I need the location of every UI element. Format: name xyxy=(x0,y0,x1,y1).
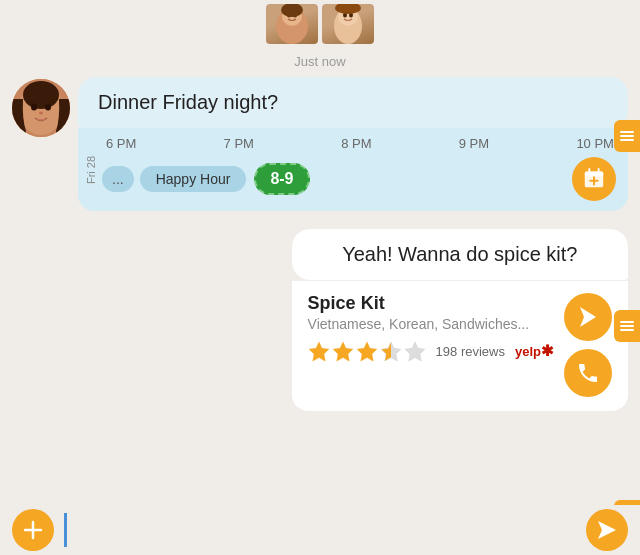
sender-avatar xyxy=(12,79,70,137)
star-2 xyxy=(332,340,354,362)
messages-container: Dinner Friday night? Fri 28 6 PM 7 PM 8 … xyxy=(0,77,640,411)
dinner-text: Dinner Friday night? xyxy=(98,91,278,113)
svg-point-15 xyxy=(39,112,43,115)
slot-dots[interactable]: ... xyxy=(102,166,134,192)
time-6pm: 6 PM xyxy=(106,136,136,151)
right-menu-tab-1[interactable] xyxy=(614,120,640,152)
top-avatars xyxy=(266,0,374,44)
spice-kit-card: Spice Kit Vietnamese, Korean, Sandwiches… xyxy=(292,280,628,411)
svg-marker-22 xyxy=(309,342,329,361)
card-row: Spice Kit Vietnamese, Korean, Sandwiches… xyxy=(308,293,612,397)
message-input[interactable] xyxy=(64,513,576,547)
svg-rect-33 xyxy=(620,329,634,331)
call-button[interactable] xyxy=(564,349,612,397)
card-rating: 198 reviews yelp✱ xyxy=(308,340,554,362)
schedule-bar: Fri 28 6 PM 7 PM 8 PM 9 PM 10 PM ... Hap… xyxy=(78,128,628,211)
slot-dots-label: ... xyxy=(112,171,124,187)
add-time-button[interactable] xyxy=(572,157,616,201)
time-7pm: 7 PM xyxy=(224,136,254,151)
time-8pm: 8 PM xyxy=(341,136,371,151)
star-1 xyxy=(308,340,330,362)
slot-8-9[interactable]: 8-9 xyxy=(254,163,309,195)
bottom-bar xyxy=(0,505,640,555)
avatar-2 xyxy=(322,4,374,44)
svg-marker-25 xyxy=(381,342,401,361)
svg-rect-31 xyxy=(620,321,634,323)
svg-marker-24 xyxy=(357,342,377,361)
svg-point-13 xyxy=(31,104,37,111)
svg-rect-17 xyxy=(585,172,603,177)
timestamp: Just now xyxy=(0,50,640,77)
directions-button[interactable] xyxy=(564,293,612,341)
message-row-1: Dinner Friday night? Fri 28 6 PM 7 PM 8 … xyxy=(12,77,628,211)
star-5 xyxy=(404,340,426,362)
slot-8-9-label: 8-9 xyxy=(270,170,293,187)
svg-marker-26 xyxy=(405,342,425,361)
spice-kit-text: Yeah! Wanna do spice kit? xyxy=(342,243,577,265)
svg-point-14 xyxy=(45,104,51,111)
slot-happy-hour[interactable]: Happy Hour xyxy=(140,166,247,192)
svg-rect-32 xyxy=(620,325,634,327)
time-10pm: 10 PM xyxy=(576,136,614,151)
svg-marker-23 xyxy=(333,342,353,361)
compose-add-button[interactable] xyxy=(12,509,54,551)
yelp-logo: yelp✱ xyxy=(515,342,554,360)
time-labels: 6 PM 7 PM 8 PM 9 PM 10 PM xyxy=(90,136,616,151)
card-title: Spice Kit xyxy=(308,293,554,314)
svg-point-12 xyxy=(23,81,59,109)
schedule-slots: ... Happy Hour 8-9 xyxy=(90,157,616,201)
timestamp-text: Just now xyxy=(294,54,345,69)
card-subtitle: Vietnamese, Korean, Sandwiches... xyxy=(308,316,554,332)
svg-marker-27 xyxy=(580,307,596,327)
spice-kit-bubble: Yeah! Wanna do spice kit? xyxy=(292,229,628,280)
svg-rect-28 xyxy=(620,131,634,133)
bubble-right-outer: Yeah! Wanna do spice kit? Spice Kit Viet… xyxy=(292,229,628,411)
happy-hour-label: Happy Hour xyxy=(156,171,231,187)
star-rating xyxy=(308,340,426,362)
reviews-count: 198 reviews xyxy=(436,344,505,359)
star-4 xyxy=(380,340,402,362)
star-3 xyxy=(356,340,378,362)
right-menu-tab-2[interactable] xyxy=(614,310,640,342)
dinner-bubble: Dinner Friday night? xyxy=(78,77,628,128)
svg-rect-29 xyxy=(620,135,634,137)
time-9pm: 9 PM xyxy=(459,136,489,151)
top-bar xyxy=(0,0,640,50)
svg-marker-39 xyxy=(598,521,616,539)
fri-label: Fri 28 xyxy=(83,152,99,186)
bubble-outer-1: Dinner Friday night? Fri 28 6 PM 7 PM 8 … xyxy=(78,77,628,211)
send-button[interactable] xyxy=(586,509,628,551)
avatar-1 xyxy=(266,4,318,44)
message-row-2: Yeah! Wanna do spice kit? Spice Kit Viet… xyxy=(12,229,628,411)
card-info: Spice Kit Vietnamese, Korean, Sandwiches… xyxy=(308,293,554,362)
svg-rect-30 xyxy=(620,139,634,141)
card-actions xyxy=(564,293,612,397)
